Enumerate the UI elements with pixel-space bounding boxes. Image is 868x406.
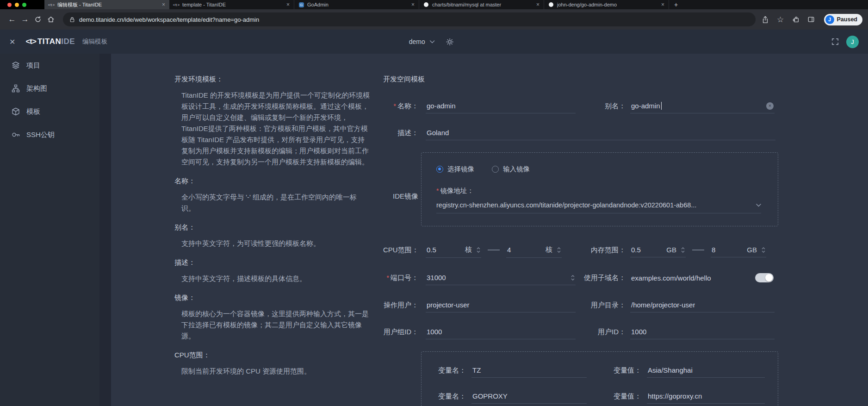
sidebar-item-templates[interactable]: 模板 <box>0 100 99 123</box>
doc-heading: 开发环境模板： <box>174 75 371 84</box>
titanide-favicon-icon: <t> <box>174 2 179 7</box>
var-name-input[interactable]: TZ <box>471 363 587 378</box>
browser-tab[interactable]: john-deng/go-admin-demo × <box>544 0 669 9</box>
port-input[interactable]: 31000 <box>426 270 576 285</box>
alias-input[interactable]: go-admin × <box>630 99 775 113</box>
environment-selector[interactable]: demo <box>409 38 425 45</box>
side-panel-icon[interactable] <box>807 15 815 24</box>
radio-select-image[interactable]: 选择镜像 <box>436 165 474 174</box>
toggle-knob <box>765 274 773 281</box>
doc-heading: 描述： <box>174 258 371 267</box>
user-dir-value: /home/projector-user <box>631 301 695 309</box>
user-avatar[interactable]: J <box>846 36 859 48</box>
memory-unit: GB <box>747 246 757 254</box>
cpu-unit: 核 <box>546 245 552 254</box>
gear-icon[interactable] <box>446 38 454 46</box>
doc-body: 全小写的英文字母与 '-' 组成的，是在工作空间内的唯一标识。 <box>174 192 371 214</box>
browser-tab-active[interactable]: <t> 编辑模板 - TitanIDE × <box>44 0 169 9</box>
subdomain-label: 使用子域名： <box>576 274 626 282</box>
window-maximize-button[interactable] <box>22 3 26 7</box>
window-controls <box>0 0 44 9</box>
app-root: <t> 编辑模板 - TitanIDE × <t> template - Tit… <box>0 0 868 406</box>
user-id-value: 1000 <box>631 328 646 336</box>
cpu-min-value: 0.5 <box>427 246 465 254</box>
sidebar: 项目 架构图 模板 SS <box>0 54 99 406</box>
sidebar-item-label: 架构图 <box>26 84 47 93</box>
cpu-max-value: 4 <box>507 246 546 254</box>
browser-tab[interactable]: charts/bitnami/mysql at master × <box>419 0 544 9</box>
profile-button[interactable]: J Paused <box>824 14 862 25</box>
env-var-row: 变量名： TZ 变量值： Asia/Shanghai <box>434 363 765 378</box>
var-value-input[interactable]: Asia/Shanghai <box>647 363 765 378</box>
fullscreen-icon[interactable] <box>831 38 839 45</box>
radio-unselected-icon[interactable] <box>492 166 499 173</box>
image-address-dropdown[interactable]: registry.cn-shenzhen.aliyuncs.com/titani… <box>436 201 761 213</box>
tab-close-icon[interactable]: × <box>536 2 539 7</box>
var-name-label: 变量名： <box>434 366 466 375</box>
address-bar[interactable]: demo.titanide.cn/ide/web/workspace/templ… <box>63 12 756 26</box>
tab-close-icon[interactable]: × <box>162 2 165 7</box>
extensions-icon[interactable] <box>792 15 800 24</box>
ide-image-box: 选择镜像 输入镜像 *镜像地址： registry.cn-shenzhen.al… <box>421 152 778 226</box>
logo-bracket: <t> <box>25 37 36 46</box>
reload-button[interactable] <box>31 13 44 26</box>
name-value: go-admin <box>427 102 456 110</box>
new-tab-button[interactable]: + <box>669 0 683 9</box>
window-minimize-button[interactable] <box>15 3 19 7</box>
radio-selected-icon[interactable] <box>436 166 443 173</box>
doc-heading: 别名： <box>174 223 371 232</box>
var-value-input[interactable]: https://goproxy.cn <box>647 389 765 404</box>
stepper-icon[interactable] <box>681 247 685 253</box>
cpu-range-label: CPU范围： <box>383 246 418 255</box>
stepper-icon[interactable] <box>557 247 561 253</box>
bookmark-star-icon[interactable]: ☆ <box>776 15 785 24</box>
port-value: 31000 <box>427 274 446 281</box>
forward-button[interactable]: → <box>19 13 31 26</box>
radio-input-image[interactable]: 输入镜像 <box>492 165 530 174</box>
var-name-input[interactable]: GOPROXY <box>471 389 587 404</box>
tab-title: template - TitanIDE <box>182 2 283 7</box>
back-button[interactable]: ← <box>6 13 19 26</box>
stepper-icon[interactable] <box>762 247 765 253</box>
window-close-button[interactable] <box>7 3 12 7</box>
browser-tab[interactable]: <t> template - TitanIDE × <box>169 0 294 9</box>
cpu-max-input[interactable]: 4 核 <box>506 242 562 258</box>
name-input[interactable]: go-admin <box>426 99 576 113</box>
user-dir-label: 用户目录： <box>576 301 626 310</box>
user-id-input[interactable]: 1000 <box>630 325 775 339</box>
subdomain-toggle[interactable] <box>755 273 774 282</box>
share-icon[interactable] <box>761 15 769 24</box>
subdomain-value: examples.com/world/hello <box>631 274 711 282</box>
tab-close-icon[interactable]: × <box>411 2 415 7</box>
chevron-down-icon <box>756 204 761 207</box>
tab-title: john-deng/go-admin-demo <box>557 2 658 7</box>
user-dir-input[interactable]: /home/projector-user <box>630 298 775 312</box>
tab-title: charts/bitnami/mysql at master <box>432 2 533 7</box>
browser-tab[interactable]: G GoAdmin × <box>294 0 419 9</box>
sidebar-item-ssh-keys[interactable]: SSH公钥 <box>0 123 99 146</box>
doc-heading: CPU范围： <box>174 351 371 360</box>
stepper-icon[interactable] <box>571 275 575 281</box>
chevron-down-icon[interactable] <box>430 40 435 44</box>
home-button[interactable] <box>44 13 57 26</box>
group-id-input[interactable]: 1000 <box>426 325 576 339</box>
memory-min-input[interactable]: 0.5 GB <box>630 243 686 257</box>
memory-max-input[interactable]: 8 GB <box>711 243 766 257</box>
app-header: ✕ <t> TITAN IDE 编辑模板 demo <box>0 30 868 54</box>
tab-close-icon[interactable]: × <box>286 2 290 7</box>
op-user-label: 操作用户： <box>383 301 418 310</box>
op-user-input[interactable]: projector-user <box>426 298 576 312</box>
logo-ide: IDE <box>61 37 75 46</box>
profile-avatar: J <box>825 15 834 24</box>
clear-icon[interactable]: × <box>766 102 774 110</box>
template-form: 开发空间模板 *名称： go-admin 别名： go-admin × <box>383 75 791 406</box>
var-value-label: 变量值： <box>593 392 641 401</box>
sidebar-item-architecture[interactable]: 架构图 <box>0 77 99 100</box>
stepper-icon[interactable] <box>477 247 480 253</box>
tab-close-icon[interactable]: × <box>661 2 664 7</box>
close-icon[interactable]: ✕ <box>9 37 15 46</box>
description-input[interactable]: Goland <box>426 125 775 140</box>
radio-label: 选择镜像 <box>447 165 474 174</box>
cpu-min-input[interactable]: 0.5 核 <box>426 242 481 258</box>
sidebar-item-projects[interactable]: 项目 <box>0 54 99 77</box>
